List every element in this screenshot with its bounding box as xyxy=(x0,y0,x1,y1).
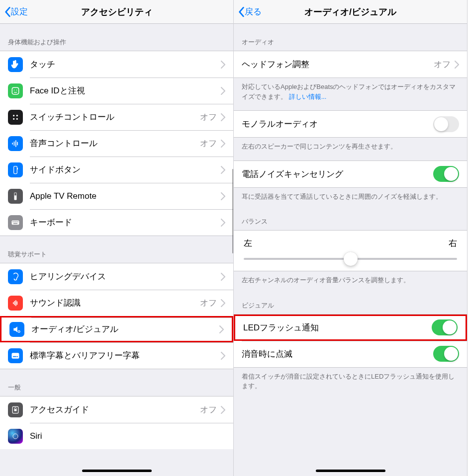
svg-rect-7 xyxy=(12,143,13,144)
back-button[interactable]: 設定 xyxy=(0,6,28,17)
slider-thumb[interactable] xyxy=(344,252,358,266)
row-voice-control[interactable]: 音声コントロール オフ xyxy=(0,130,233,157)
side-button-icon xyxy=(8,162,23,177)
row-value: オフ xyxy=(200,138,217,149)
row-audio-visual[interactable]: オーディオ/ビジュアル xyxy=(0,316,233,342)
section-header-visual: ビジュアル xyxy=(234,287,467,314)
row-label: サイドボタン xyxy=(30,164,221,175)
svg-point-27 xyxy=(18,330,20,332)
row-headphone-adjust[interactable]: ヘッドフォン調整 オフ xyxy=(234,51,467,78)
row-switch-control[interactable]: スイッチコントロール オフ xyxy=(0,104,233,130)
chevron-right-icon xyxy=(219,325,224,333)
svg-point-33 xyxy=(13,434,18,439)
voice-control-icon xyxy=(8,136,23,151)
row-flash-on-silent: 消音時に点滅 xyxy=(234,341,467,367)
row-apple-tv-remote[interactable]: Apple TV Remote xyxy=(0,183,233,209)
balance-control: 左 右 xyxy=(234,230,467,271)
section-header-general: 一般 xyxy=(0,369,233,396)
toggle-mono-audio[interactable] xyxy=(433,116,459,132)
svg-rect-19 xyxy=(16,221,17,222)
row-label: ヘッドフォン調整 xyxy=(242,59,434,70)
siri-icon xyxy=(8,429,23,444)
row-label: Siri xyxy=(30,431,225,441)
footer-text: 対応しているAppleおよびBeatsのヘッドフォンではオーディオをカスタマイズ… xyxy=(242,83,456,100)
svg-rect-9 xyxy=(15,140,16,147)
touch-icon xyxy=(8,57,23,72)
chevron-right-icon xyxy=(221,61,225,69)
row-label: モノラルオーディオ xyxy=(242,118,433,130)
toggle-led-flash[interactable] xyxy=(432,319,458,335)
chevron-right-icon xyxy=(221,352,225,360)
toggle-flash-silent[interactable] xyxy=(433,346,459,362)
svg-rect-17 xyxy=(14,221,15,222)
row-touch[interactable]: タッチ xyxy=(0,51,233,78)
svg-rect-20 xyxy=(17,221,18,222)
row-face-id[interactable]: Face IDと注視 xyxy=(0,78,233,104)
svg-point-5 xyxy=(13,118,14,119)
switch-control-icon xyxy=(8,110,23,125)
left-phone: 設定 アクセシビリティ 身体機能および操作 タッチ Face IDと注視 スイッ… xyxy=(0,0,234,476)
chevron-left-icon xyxy=(238,6,245,17)
balance-left-label: 左 xyxy=(244,238,252,249)
chevron-right-icon xyxy=(221,299,225,307)
left-navbar: 設定 アクセシビリティ xyxy=(0,0,233,24)
row-value: オフ xyxy=(200,297,217,309)
row-hearing-devices[interactable]: ヒアリングデバイス xyxy=(0,263,233,290)
sound-recognition-icon xyxy=(8,296,23,311)
balance-slider[interactable] xyxy=(244,258,457,260)
row-label: 標準字幕とバリアフリー字幕 xyxy=(30,350,221,361)
row-keyboard[interactable]: キーボード xyxy=(0,209,233,236)
noise-group: 電話ノイズキャンセリング xyxy=(234,160,467,188)
chevron-right-icon xyxy=(221,113,225,121)
more-info-link[interactable]: 詳しい情報... xyxy=(289,93,327,100)
row-led-flash: LEDフラッシュ通知 xyxy=(234,315,467,341)
row-guided-access[interactable]: アクセスガイド オフ xyxy=(0,397,233,423)
visual-group: LEDフラッシュ通知 消音時に点滅 xyxy=(234,314,467,368)
svg-point-3 xyxy=(13,115,14,116)
row-label: キーボード xyxy=(30,217,221,228)
home-indicator[interactable] xyxy=(82,470,152,472)
svg-rect-32 xyxy=(14,409,17,411)
row-siri[interactable]: Siri xyxy=(0,423,233,449)
hearing-group: ヒアリングデバイス サウンド認識 オフ オーディオ/ビジュアル 標準字幕とバリア… xyxy=(0,263,233,369)
row-value: オフ xyxy=(200,404,217,415)
svg-point-6 xyxy=(16,118,18,119)
svg-rect-0 xyxy=(12,87,18,94)
headphone-group: ヘッドフォン調整 オフ xyxy=(234,51,467,78)
svg-point-4 xyxy=(16,115,18,116)
apple-tv-remote-icon xyxy=(8,189,23,204)
row-label: タッチ xyxy=(30,59,221,70)
svg-rect-23 xyxy=(14,301,15,305)
scrollbar-indicator[interactable] xyxy=(232,169,234,253)
footer-mono: 左右のスピーカーで同じコンテンツを再生させます。 xyxy=(234,138,467,154)
home-indicator[interactable] xyxy=(316,470,385,472)
keyboard-icon xyxy=(8,215,23,230)
svg-rect-25 xyxy=(17,301,18,305)
row-mono-audio: モノラルオーディオ xyxy=(234,111,467,137)
svg-rect-29 xyxy=(13,356,16,357)
mono-group: モノラルオーディオ xyxy=(234,110,467,138)
chevron-right-icon xyxy=(221,140,225,148)
toggle-noise-cancel[interactable] xyxy=(433,166,459,182)
chevron-right-icon xyxy=(221,192,225,200)
svg-rect-21 xyxy=(13,223,17,224)
svg-rect-11 xyxy=(14,166,17,173)
row-sound-recognition[interactable]: サウンド認識 オフ xyxy=(0,290,233,316)
back-button[interactable]: 戻る xyxy=(234,6,262,17)
right-navbar: 戻る オーディオ/ビジュアル xyxy=(234,0,467,24)
svg-rect-16 xyxy=(12,221,13,222)
svg-rect-30 xyxy=(17,356,18,357)
row-label: サウンド認識 xyxy=(30,297,200,309)
svg-rect-18 xyxy=(15,221,16,222)
row-subtitles[interactable]: 標準字幕とバリアフリー字幕 xyxy=(0,342,233,369)
chevron-right-icon xyxy=(221,273,225,281)
physical-group: タッチ Face IDと注視 スイッチコントロール オフ 音声コントロール オフ xyxy=(0,51,233,236)
row-label: 電話ノイズキャンセリング xyxy=(242,168,433,180)
row-label: Face IDと注視 xyxy=(30,85,221,96)
svg-point-2 xyxy=(16,89,17,90)
row-side-button[interactable]: サイドボタン xyxy=(0,157,233,183)
chevron-right-icon xyxy=(221,219,225,227)
svg-rect-15 xyxy=(12,220,19,224)
general-group: アクセスガイド オフ Siri xyxy=(0,396,233,449)
right-content: オーディオ ヘッドフォン調整 オフ 対応しているAppleおよびBeatsのヘッ… xyxy=(234,24,467,476)
